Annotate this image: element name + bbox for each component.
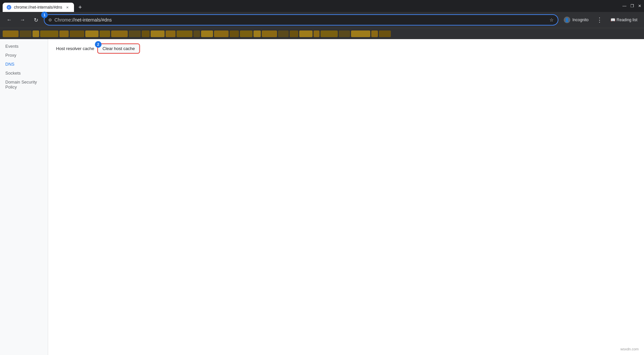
sidebar-item-proxy[interactable]: Proxy <box>0 51 48 60</box>
forward-button[interactable]: → <box>17 15 28 25</box>
bookmark-item[interactable] <box>299 30 313 37</box>
bookmark-item[interactable] <box>100 30 110 37</box>
bookmark-item[interactable] <box>166 30 176 37</box>
lock-icon: ⊙ <box>48 18 52 22</box>
bookmark-item[interactable] <box>290 30 298 37</box>
sidebar: Events Proxy DNS Sockets Domain Security… <box>0 39 48 355</box>
bookmark-item[interactable] <box>240 30 252 37</box>
bookmark-item[interactable] <box>201 30 213 37</box>
minimize-button[interactable]: — <box>622 4 626 8</box>
main-panel: Host resolver cache 2 Clear host cache w… <box>48 39 644 355</box>
incognito-label: Incognito <box>572 18 589 22</box>
tab-title: chrome://net-internals/#dns <box>14 5 62 10</box>
sidebar-item-events[interactable]: Events <box>0 42 48 51</box>
bookmark-star-icon[interactable]: ☆ <box>549 17 554 23</box>
host-resolver-label: Host resolver cache <box>56 46 94 51</box>
bookmark-item[interactable] <box>177 30 192 37</box>
sidebar-item-dns[interactable]: DNS <box>0 60 48 69</box>
url-text: Chrome://net-internals/#dns <box>54 17 547 23</box>
incognito-button[interactable]: 👤 Incognito <box>561 15 591 25</box>
address-bar[interactable]: ⊙ Chrome://net-internals/#dns ☆ <box>44 14 558 26</box>
bookmark-item[interactable] <box>33 30 39 37</box>
watermark: wsxdn.com <box>620 347 639 351</box>
bookmark-item[interactable] <box>40 30 58 37</box>
new-tab-button[interactable]: + <box>75 3 85 12</box>
bookmark-item[interactable] <box>253 30 261 37</box>
menu-button[interactable]: ⋮ <box>594 15 605 25</box>
sidebar-item-domain-security-policy[interactable]: Domain Security Policy <box>0 78 48 91</box>
back-button[interactable]: ← <box>4 15 15 25</box>
bookmark-item[interactable] <box>230 30 239 37</box>
title-bar: C chrome://net-internals/#dns ✕ + — ❐ ✕ <box>0 0 644 12</box>
incognito-icon: 👤 <box>564 17 570 23</box>
clear-host-cache-wrapper: 2 Clear host cache <box>98 44 139 53</box>
reading-list-button[interactable]: 📖 Reading list <box>608 16 640 24</box>
bookmark-item[interactable] <box>3 30 19 37</box>
bookmark-item[interactable] <box>59 30 69 37</box>
bookmark-item[interactable] <box>142 30 150 37</box>
bookmark-item[interactable] <box>314 30 320 37</box>
sidebar-item-sockets[interactable]: Sockets <box>0 69 48 78</box>
close-button[interactable]: ✕ <box>638 4 641 8</box>
address-bar-container: 1 ⊙ Chrome://net-internals/#dns ☆ <box>44 14 558 26</box>
bookmark-item[interactable] <box>20 30 32 37</box>
bookmark-item[interactable] <box>111 30 128 37</box>
annotation-badge-1: 1 <box>41 12 48 18</box>
bookmark-item[interactable] <box>379 30 391 37</box>
refresh-button[interactable]: ↻ <box>31 15 41 25</box>
bookmark-item[interactable] <box>151 30 165 37</box>
bookmark-item[interactable] <box>70 30 84 37</box>
active-tab[interactable]: C chrome://net-internals/#dns ✕ <box>3 3 74 12</box>
host-resolver-row: Host resolver cache 2 Clear host cache <box>56 44 636 53</box>
bookmark-item[interactable] <box>321 30 338 37</box>
annotation-badge-2: 2 <box>95 41 102 48</box>
tab-favicon: C <box>7 5 11 10</box>
bookmark-item[interactable] <box>129 30 141 37</box>
url-prefix: Chrome <box>54 17 71 23</box>
tab-bar: C chrome://net-internals/#dns ✕ + <box>3 0 620 12</box>
bookmark-item[interactable] <box>339 30 350 37</box>
nav-bar: ← → ↻ 1 ⊙ Chrome://net-internals/#dns ☆ … <box>0 12 644 28</box>
content-area: Events Proxy DNS Sockets Domain Security… <box>0 39 644 355</box>
reading-list-label: 📖 Reading list <box>610 18 637 22</box>
bookmark-item[interactable] <box>193 30 200 37</box>
bookmark-item[interactable] <box>351 30 370 37</box>
bookmarks-bar <box>0 28 644 39</box>
restore-button[interactable]: ❐ <box>630 4 634 8</box>
window-controls: — ❐ ✕ <box>622 4 641 8</box>
bookmark-item[interactable] <box>262 30 277 37</box>
bookmark-item[interactable] <box>85 30 99 37</box>
bookmark-item[interactable] <box>278 30 289 37</box>
bookmark-item[interactable] <box>371 30 378 37</box>
clear-host-cache-button[interactable]: Clear host cache <box>98 44 139 53</box>
bookmark-item[interactable] <box>214 30 229 37</box>
tab-close-button[interactable]: ✕ <box>65 5 70 10</box>
url-highlight: ://net-internals/#dns <box>71 17 112 23</box>
